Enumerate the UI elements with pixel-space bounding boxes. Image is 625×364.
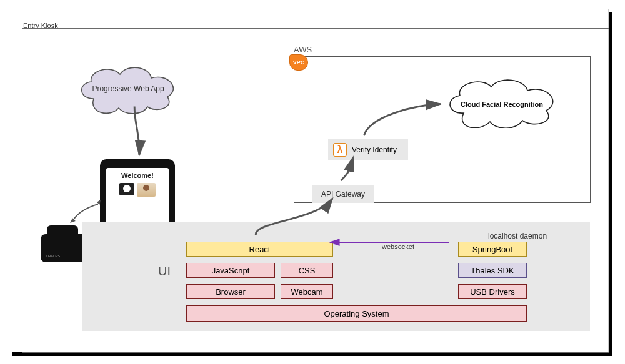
- verify-identity-box: λ Verify Identity: [328, 139, 408, 160]
- css-label: CSS: [299, 266, 316, 275]
- thales-label: Thales SDK: [471, 266, 514, 275]
- vpc-label: VPC: [293, 59, 305, 66]
- javascript-label: JavaScript: [212, 266, 250, 275]
- diagram-canvas: Entry Kiosk Progressive Web App Welcome!…: [9, 9, 609, 352]
- scanner-brand: THALES: [46, 254, 60, 258]
- pwa-cloud: Progressive Web App: [75, 64, 181, 114]
- tablet-images: [106, 183, 169, 197]
- os-box: Operating System: [186, 305, 527, 322]
- websocket-label: websocket: [382, 243, 414, 250]
- react-label: React: [249, 245, 271, 254]
- usb-drivers-box: USB Drivers: [458, 284, 527, 299]
- lambda-icon: λ: [333, 143, 347, 157]
- aws-label: AWS: [294, 45, 312, 54]
- daemon-label: localhost daemon: [488, 232, 547, 240]
- cloud-facial-recognition-cloud: Cloud Facial Recognition: [442, 78, 561, 128]
- api-label: API Gateway: [321, 190, 365, 199]
- webcam-box: Webcam: [281, 284, 333, 299]
- usb-label: USB Drivers: [470, 287, 515, 297]
- webcam-label: Webcam: [291, 287, 322, 297]
- welcome-text: Welcome!: [106, 168, 169, 179]
- css-box: CSS: [281, 263, 333, 278]
- camera-icon: [119, 183, 134, 195]
- pwa-cloud-label: Progressive Web App: [75, 84, 181, 93]
- springboot-label: SpringBoot: [472, 245, 512, 254]
- springboot-box: SpringBoot: [458, 242, 527, 257]
- browser-box: Browser: [186, 284, 275, 299]
- verify-label: Verify Identity: [352, 145, 397, 154]
- face-photo-icon: [137, 183, 156, 197]
- cfr-label: Cloud Facial Recognition: [442, 101, 561, 108]
- os-label: Operating System: [324, 309, 389, 318]
- react-box: React: [186, 242, 333, 257]
- browser-label: Browser: [216, 287, 246, 297]
- ui-label: UI: [158, 264, 171, 278]
- thales-sdk-box: Thales SDK: [458, 263, 527, 278]
- vpc-badge-icon: VPC: [289, 54, 308, 71]
- javascript-box: JavaScript: [186, 263, 275, 278]
- api-gateway-box: API Gateway: [312, 185, 374, 203]
